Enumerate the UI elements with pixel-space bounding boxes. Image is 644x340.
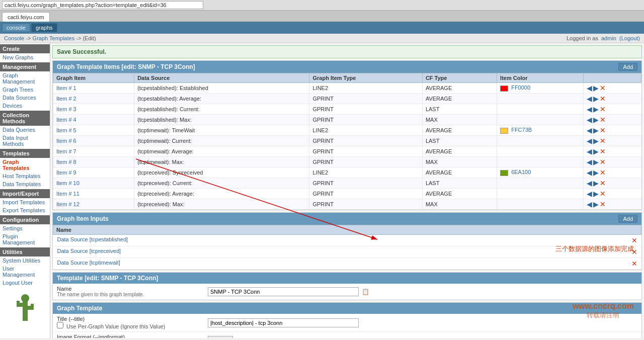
move-down-icon[interactable]: ▶ [593, 105, 599, 113]
move-up-icon[interactable]: ◀ [587, 126, 592, 134]
sidebar-item-graph-management[interactable]: Graph Management [0, 71, 50, 86]
col-item-color: Item Color [497, 73, 584, 83]
template-name-input[interactable] [208, 287, 359, 296]
sidebar-item-graph-templates[interactable]: Graph Templates [0, 158, 50, 172]
title-input[interactable] [208, 318, 359, 327]
move-up-icon[interactable]: ◀ [587, 105, 592, 113]
item-color-cell [497, 189, 584, 199]
sidebar: Create New Graphs Management Graph Manag… [0, 43, 50, 338]
item-link[interactable]: Item # 1 [56, 85, 76, 91]
item-actions-cell: ◀ ▶ ✕ [584, 104, 641, 115]
sidebar-item-devices[interactable]: Devices [0, 102, 50, 110]
sidebar-item-data-sources[interactable]: Data Sources [0, 94, 50, 102]
item-link[interactable]: Item # 5 [56, 127, 76, 133]
delete-item-icon[interactable]: ✕ [600, 179, 606, 187]
sidebar-item-data-templates[interactable]: Data Templates [0, 180, 50, 188]
item-color-cell [497, 199, 584, 210]
add-input-button[interactable]: Add [618, 215, 637, 223]
move-up-icon[interactable]: ◀ [587, 147, 592, 155]
sidebar-item-import-templates[interactable]: Import Templates [0, 198, 50, 206]
move-up-icon[interactable]: ◀ [587, 84, 592, 92]
delete-item-icon[interactable]: ✕ [600, 126, 606, 134]
sidebar-item-system-utilities[interactable]: System Utilities [0, 257, 50, 265]
delete-item-icon[interactable]: ✕ [600, 95, 606, 103]
item-id-cell: Item # 12 [53, 199, 134, 210]
item-type-cell: GPRINT [309, 199, 422, 210]
console-button[interactable]: console [2, 23, 30, 32]
move-down-icon[interactable]: ▶ [593, 126, 599, 134]
item-id-cell: Item # 3 [53, 104, 134, 115]
graph-inputs-table: Name Data Source [tcpestablished] ✕ Data… [53, 225, 641, 270]
item-link[interactable]: Item # 8 [56, 159, 76, 165]
sidebar-item-graph-trees[interactable]: Graph Trees [0, 86, 50, 94]
active-tab[interactable]: cacti.feiyu.com [2, 12, 50, 22]
delete-item-icon[interactable]: ✕ [600, 105, 606, 113]
console-link[interactable]: Console [4, 35, 24, 41]
item-link[interactable]: Item # 10 [56, 180, 79, 186]
sidebar-item-settings[interactable]: Settings [0, 224, 50, 232]
delete-item-icon[interactable]: ✕ [600, 137, 606, 145]
item-link[interactable]: Item # 9 [56, 169, 76, 176]
move-down-icon[interactable]: ▶ [593, 137, 599, 145]
item-link[interactable]: Item # 6 [56, 138, 76, 144]
management-section-header: Management [0, 62, 50, 71]
import-export-header: Import/Export [0, 189, 50, 198]
move-down-icon[interactable]: ▶ [593, 190, 599, 198]
add-graph-item-button[interactable]: Add [618, 63, 637, 71]
delete-item-icon[interactable]: ✕ [600, 190, 606, 198]
move-up-icon[interactable]: ◀ [587, 179, 592, 187]
delete-item-icon[interactable]: ✕ [600, 168, 606, 177]
delete-input-icon[interactable]: ✕ [631, 260, 637, 268]
item-link[interactable]: Item # 4 [56, 117, 76, 123]
sidebar-item-data-queries[interactable]: Data Queries [0, 126, 50, 134]
move-down-icon[interactable]: ▶ [593, 84, 599, 92]
table-row: Item # 1 (tcpestablished): Established L… [53, 83, 641, 94]
item-source-cell: (tcptimewait): Max: [134, 157, 309, 167]
move-up-icon[interactable]: ◀ [587, 190, 592, 198]
sidebar-item-new-graphs[interactable]: New Graphs [0, 53, 50, 61]
move-down-icon[interactable]: ▶ [593, 116, 599, 124]
delete-item-icon[interactable]: ✕ [600, 200, 606, 208]
delete-item-icon[interactable]: ✕ [600, 116, 606, 124]
item-link[interactable]: Item # 12 [56, 201, 79, 207]
imgformat-select[interactable]: PNG GIF SVG [208, 336, 233, 338]
logout-link[interactable]: (Logout) [619, 35, 640, 41]
move-down-icon[interactable]: ▶ [593, 147, 599, 155]
delete-item-icon[interactable]: ✕ [600, 147, 606, 155]
item-link[interactable]: Item # 11 [56, 191, 79, 197]
move-up-icon[interactable]: ◀ [587, 200, 592, 208]
sidebar-item-host-templates[interactable]: Host Templates [0, 172, 50, 180]
item-link[interactable]: Item # 3 [56, 106, 76, 112]
sidebar-item-export-templates[interactable]: Export Templates [0, 206, 50, 214]
item-link[interactable]: Item # 7 [56, 148, 76, 154]
delete-input-icon[interactable]: ✕ [631, 236, 637, 244]
move-up-icon[interactable]: ◀ [587, 168, 592, 177]
item-actions-cell: ◀ ▶ ✕ [584, 157, 641, 167]
graphs-button[interactable]: graphs [31, 23, 57, 32]
name-value-cell: 📋 [204, 284, 641, 300]
move-down-icon[interactable]: ▶ [593, 95, 599, 103]
sidebar-item-logout-user[interactable]: Logout User [0, 279, 50, 287]
move-down-icon[interactable]: ▶ [593, 200, 599, 208]
move-up-icon[interactable]: ◀ [587, 95, 592, 103]
svg-point-2 [21, 294, 29, 302]
col-graph-item-type: Graph Item Type [309, 73, 422, 83]
admin-link[interactable]: admin [601, 35, 616, 41]
item-id-cell: Item # 4 [53, 115, 134, 125]
graph-templates-link[interactable]: Graph Templates [33, 35, 75, 41]
delete-item-icon[interactable]: ✕ [600, 158, 606, 166]
move-up-icon[interactable]: ◀ [587, 137, 592, 145]
sidebar-item-user-management[interactable]: User Management [0, 265, 50, 279]
sidebar-item-plugin-management[interactable]: Plugin Management [0, 232, 50, 246]
move-down-icon[interactable]: ▶ [593, 158, 599, 166]
move-up-icon[interactable]: ◀ [587, 158, 592, 166]
move-up-icon[interactable]: ◀ [587, 116, 592, 124]
item-link[interactable]: Item # 2 [56, 96, 76, 102]
move-down-icon[interactable]: ▶ [593, 179, 599, 187]
sidebar-item-data-input-methods[interactable]: Data Input Methods [0, 134, 50, 148]
delete-item-icon[interactable]: ✕ [600, 84, 606, 92]
move-down-icon[interactable]: ▶ [593, 168, 599, 177]
title-per-graph-checkbox[interactable] [57, 322, 63, 328]
item-color-cell: 6EA100 [497, 167, 584, 178]
breadcrumb-edit: (Edit) [83, 35, 96, 41]
